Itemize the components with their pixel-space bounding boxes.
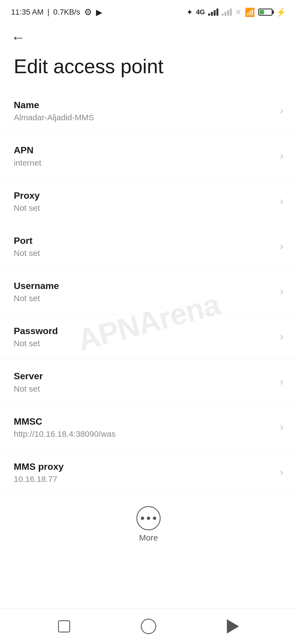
network-speed: 0.7KB/s bbox=[53, 8, 80, 17]
back-arrow-icon: ← bbox=[11, 30, 25, 45]
settings-item-mms-proxy-label: MMS proxy bbox=[14, 460, 274, 473]
recents-icon bbox=[58, 620, 70, 632]
settings-item-apn-label: APN bbox=[14, 144, 274, 156]
back-icon bbox=[227, 619, 239, 634]
settings-item-name-label: Name bbox=[14, 99, 274, 111]
no-signal-icon: ✕ bbox=[235, 8, 241, 17]
battery-icon bbox=[258, 9, 273, 16]
settings-item-server-content: Server Not set bbox=[14, 370, 274, 394]
status-left: 11:35 AM | 0.7KB/s ⚙ ▶ bbox=[11, 7, 102, 17]
dot-3 bbox=[153, 517, 156, 520]
settings-item-username-label: Username bbox=[14, 280, 274, 292]
settings-item-mms-proxy-content: MMS proxy 10.16.18.77 bbox=[14, 460, 274, 484]
settings-item-mmsc-label: MMSC bbox=[14, 415, 274, 427]
settings-item-mms-proxy[interactable]: MMS proxy 10.16.18.77 › bbox=[0, 450, 297, 495]
signal-strength-2-icon bbox=[222, 9, 232, 16]
settings-item-name-value: Almadar-Aljadid-MMS bbox=[14, 112, 274, 123]
page-title: Edit access point bbox=[0, 47, 297, 83]
more-dots-icon bbox=[141, 517, 156, 520]
more-button[interactable]: More bbox=[0, 495, 297, 551]
settings-item-server-label: Server bbox=[14, 370, 274, 382]
time-display: 11:35 AM bbox=[11, 8, 43, 17]
settings-item-name[interactable]: Name Almadar-Aljadid-MMS › bbox=[0, 88, 297, 133]
settings-item-username-content: Username Not set bbox=[14, 280, 274, 304]
video-icon: ▶ bbox=[96, 7, 102, 17]
speed-display: | bbox=[47, 8, 49, 17]
chevron-right-icon: › bbox=[280, 287, 283, 297]
settings-item-username[interactable]: Username Not set › bbox=[0, 269, 297, 314]
dot-2 bbox=[147, 517, 150, 520]
settings-item-proxy-value: Not set bbox=[14, 203, 274, 213]
chevron-right-icon: › bbox=[280, 377, 283, 387]
chevron-right-icon: › bbox=[280, 151, 283, 161]
settings-item-server-value: Not set bbox=[14, 383, 274, 394]
chevron-right-icon: › bbox=[280, 241, 283, 251]
more-circle-icon bbox=[136, 506, 161, 530]
settings-item-mmsc[interactable]: MMSC http://10.16.18.4:38090/was › bbox=[0, 405, 297, 450]
bluetooth-icon: ✦ bbox=[186, 8, 193, 17]
nav-bar bbox=[0, 608, 297, 644]
settings-item-password-label: Password bbox=[14, 325, 274, 337]
settings-item-proxy-label: Proxy bbox=[14, 189, 274, 201]
settings-item-server[interactable]: Server Not set › bbox=[0, 359, 297, 405]
settings-item-password[interactable]: Password Not set › bbox=[0, 314, 297, 359]
nav-recents-button[interactable] bbox=[54, 617, 74, 636]
settings-item-port-value: Not set bbox=[14, 248, 274, 258]
settings-item-port-content: Port Not set bbox=[14, 234, 274, 258]
settings-item-proxy[interactable]: Proxy Not set › bbox=[0, 179, 297, 224]
settings-item-port[interactable]: Port Not set › bbox=[0, 224, 297, 269]
settings-item-apn-content: APN internet bbox=[14, 144, 274, 168]
nav-home-button[interactable] bbox=[139, 617, 158, 636]
settings-item-apn[interactable]: APN internet › bbox=[0, 133, 297, 179]
back-button[interactable]: ← bbox=[11, 30, 25, 45]
settings-item-password-content: Password Not set bbox=[14, 325, 274, 349]
settings-item-apn-value: internet bbox=[14, 157, 274, 168]
chevron-right-icon: › bbox=[280, 422, 283, 432]
settings-item-username-value: Not set bbox=[14, 293, 274, 304]
toolbar: ← bbox=[0, 22, 297, 47]
chevron-right-icon: › bbox=[280, 106, 283, 116]
chevron-right-icon: › bbox=[280, 467, 283, 477]
dot-1 bbox=[141, 517, 144, 520]
wifi-icon: 📶 bbox=[245, 7, 255, 17]
settings-item-mmsc-content: MMSC http://10.16.18.4:38090/was bbox=[14, 415, 274, 439]
settings-item-name-content: Name Almadar-Aljadid-MMS bbox=[14, 99, 274, 123]
nav-back-button[interactable] bbox=[223, 617, 243, 636]
settings-icon: ⚙ bbox=[84, 7, 92, 17]
settings-item-proxy-content: Proxy Not set bbox=[14, 189, 274, 213]
settings-item-mms-proxy-value: 10.16.18.77 bbox=[14, 474, 274, 484]
home-icon bbox=[141, 619, 156, 634]
chevron-right-icon: › bbox=[280, 196, 283, 206]
settings-list: Name Almadar-Aljadid-MMS › APN internet … bbox=[0, 88, 297, 495]
signal-strength-icon bbox=[208, 9, 218, 16]
network-type-icon: 4G bbox=[196, 8, 205, 16]
status-bar: 11:35 AM | 0.7KB/s ⚙ ▶ ✦ 4G ✕ 📶 ⚡ bbox=[0, 0, 297, 22]
settings-item-port-label: Port bbox=[14, 234, 274, 247]
settings-item-mmsc-value: http://10.16.18.4:38090/was bbox=[14, 429, 274, 439]
more-label: More bbox=[139, 533, 158, 542]
charging-icon: ⚡ bbox=[276, 7, 286, 17]
settings-item-password-value: Not set bbox=[14, 338, 274, 349]
status-right: ✦ 4G ✕ 📶 ⚡ bbox=[186, 7, 286, 17]
chevron-right-icon: › bbox=[280, 332, 283, 342]
